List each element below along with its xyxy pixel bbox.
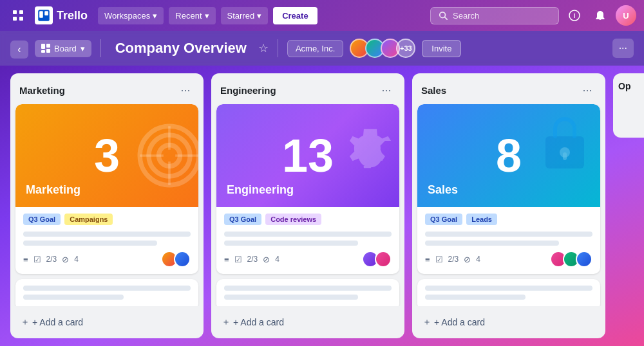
create-button[interactable]: Create bbox=[273, 7, 317, 24]
add-card-engineering[interactable]: ＋ + Add a card bbox=[216, 311, 399, 333]
card-line bbox=[224, 295, 358, 300]
tag-q3goal-marketing: Q3 Goal bbox=[23, 214, 61, 225]
check-count-engineering: 2/3 bbox=[247, 255, 258, 264]
clip-icon: ⊘ bbox=[263, 255, 270, 264]
card-avatars-marketing bbox=[161, 251, 191, 268]
card-lines-sales bbox=[425, 232, 592, 246]
card-sales-main[interactable]: 8 Sales Q3 Goal Leads ≡ ☑ 2/3 bbox=[417, 104, 600, 274]
card-line bbox=[425, 295, 526, 300]
add-card-marketing[interactable]: ＋ + Add a card bbox=[15, 311, 198, 333]
card-sales-small-1[interactable] bbox=[417, 279, 600, 306]
list-icon: ≡ bbox=[23, 255, 28, 264]
info-button[interactable]: i bbox=[564, 5, 585, 26]
trello-logo[interactable]: Trello bbox=[35, 6, 88, 24]
chevron-down-icon: ▾ bbox=[205, 11, 209, 21]
card-avatars-sales bbox=[550, 251, 592, 268]
svg-rect-1 bbox=[19, 10, 23, 14]
plus-icon: ＋ bbox=[21, 316, 30, 328]
column-footer-sales: ＋ + Add a card bbox=[412, 306, 605, 338]
card-line bbox=[224, 241, 358, 246]
star-icon: ☆ bbox=[258, 42, 269, 55]
info-icon: i bbox=[569, 10, 580, 21]
partial-column-title: Op bbox=[613, 73, 644, 99]
board-view-button[interactable]: Board ▾ bbox=[35, 40, 91, 57]
grid-menu-button[interactable] bbox=[8, 5, 28, 26]
card-avatars-engineering bbox=[362, 251, 392, 268]
card-marketing-main[interactable]: 3 Marketing Q3 Goal Campaigns ≡ ☑ bbox=[15, 104, 198, 274]
tag-code-reviews: Code reviews bbox=[265, 214, 321, 225]
user-avatar[interactable]: U bbox=[616, 5, 636, 26]
card-cover-marketing: 3 Marketing bbox=[15, 104, 198, 207]
card-meta-marketing: ≡ ☑ 2/3 ⊘ 4 bbox=[23, 251, 191, 268]
notifications-button[interactable] bbox=[590, 5, 611, 26]
clip-icon: ⊘ bbox=[464, 255, 471, 264]
card-line bbox=[23, 286, 191, 291]
starred-menu[interactable]: Starred ▾ bbox=[221, 7, 269, 24]
card-body-sales: Q3 Goal Leads ≡ ☑ 2/3 ⊘ 4 bbox=[417, 207, 600, 274]
search-icon bbox=[439, 11, 448, 20]
check-icon: ☑ bbox=[234, 255, 242, 264]
card-line bbox=[425, 241, 559, 246]
add-card-sales[interactable]: ＋ + Add a card bbox=[417, 311, 600, 333]
plus-icon: ＋ bbox=[422, 316, 431, 328]
card-meta-sales: ≡ ☑ 2/3 ⊘ 4 bbox=[425, 251, 592, 268]
column-cards-engineering: 13 Engineering Q3 Goal Code reviews ≡ ☑ bbox=[211, 104, 404, 306]
column-menu-engineering[interactable]: ··· bbox=[377, 81, 395, 99]
svg-text:i: i bbox=[574, 12, 576, 19]
check-count-marketing: 2/3 bbox=[46, 255, 57, 264]
svg-rect-24 bbox=[563, 152, 567, 160]
list-icon: ≡ bbox=[224, 255, 229, 264]
column-cards-marketing: 3 Marketing Q3 Goal Campaigns ≡ ☑ bbox=[10, 104, 204, 306]
card-avatar-2 bbox=[174, 251, 191, 268]
column-menu-marketing[interactable]: ··· bbox=[176, 81, 194, 99]
sidebar-collapse-button[interactable]: ‹ bbox=[10, 41, 28, 59]
workspaces-menu[interactable]: Workspaces ▾ bbox=[98, 7, 164, 24]
svg-rect-5 bbox=[39, 11, 43, 18]
bell-icon bbox=[594, 10, 606, 21]
card-marketing-small-1[interactable] bbox=[15, 279, 198, 306]
card-cover-engineering: 13 Engineering bbox=[216, 104, 399, 207]
svg-rect-12 bbox=[46, 44, 50, 48]
column-footer-engineering: ＋ + Add a card bbox=[211, 306, 404, 338]
card-avatar-b bbox=[576, 251, 592, 268]
recent-menu[interactable]: Recent ▾ bbox=[169, 7, 215, 24]
search-bar[interactable]: Search bbox=[430, 7, 559, 24]
card-engineering-main[interactable]: 13 Engineering Q3 Goal Code reviews ≡ ☑ bbox=[216, 104, 399, 274]
lock-icon bbox=[536, 111, 594, 175]
card-engineering-small-1[interactable] bbox=[216, 279, 399, 306]
star-button[interactable]: ☆ bbox=[258, 41, 269, 55]
card-tags-marketing: Q3 Goal Campaigns bbox=[23, 214, 191, 225]
search-placeholder: Search bbox=[453, 11, 479, 21]
chevron-left-icon: ‹ bbox=[17, 44, 21, 55]
check-count-sales: 2/3 bbox=[448, 255, 459, 264]
column-header-sales: Sales ··· bbox=[412, 73, 605, 104]
column-cards-sales: 8 Sales Q3 Goal Leads ≡ ☑ 2/3 bbox=[412, 104, 605, 306]
svg-rect-2 bbox=[13, 17, 17, 21]
member-count[interactable]: +33 bbox=[396, 39, 415, 58]
card-tags-sales: Q3 Goal Leads bbox=[425, 214, 592, 225]
header-divider bbox=[100, 39, 101, 57]
svg-rect-6 bbox=[44, 11, 48, 15]
member-avatars: +33 bbox=[350, 39, 415, 58]
svg-rect-13 bbox=[41, 50, 45, 53]
column-menu-sales[interactable]: ··· bbox=[578, 81, 596, 99]
clip-count-engineering: 4 bbox=[275, 255, 279, 264]
card-line bbox=[23, 241, 157, 246]
svg-rect-3 bbox=[19, 17, 23, 21]
column-title-engineering: Engineering bbox=[220, 85, 276, 96]
card-line bbox=[425, 286, 592, 291]
card-line bbox=[23, 232, 191, 237]
svg-rect-0 bbox=[13, 10, 17, 14]
board-more-button[interactable]: ··· bbox=[612, 39, 634, 58]
header-divider-2 bbox=[278, 39, 278, 57]
card-line bbox=[23, 295, 124, 300]
board-content: Marketing ··· 3 M bbox=[0, 66, 644, 346]
check-icon: ☑ bbox=[33, 255, 41, 264]
svg-rect-11 bbox=[41, 44, 45, 49]
column-marketing: Marketing ··· 3 M bbox=[10, 73, 204, 338]
column-header-engineering: Engineering ··· bbox=[211, 73, 404, 104]
workspace-button[interactable]: Acme, Inc. bbox=[287, 40, 343, 57]
invite-button[interactable]: Invite bbox=[422, 40, 461, 57]
gear-icon bbox=[335, 120, 399, 191]
check-icon: ☑ bbox=[435, 255, 443, 264]
